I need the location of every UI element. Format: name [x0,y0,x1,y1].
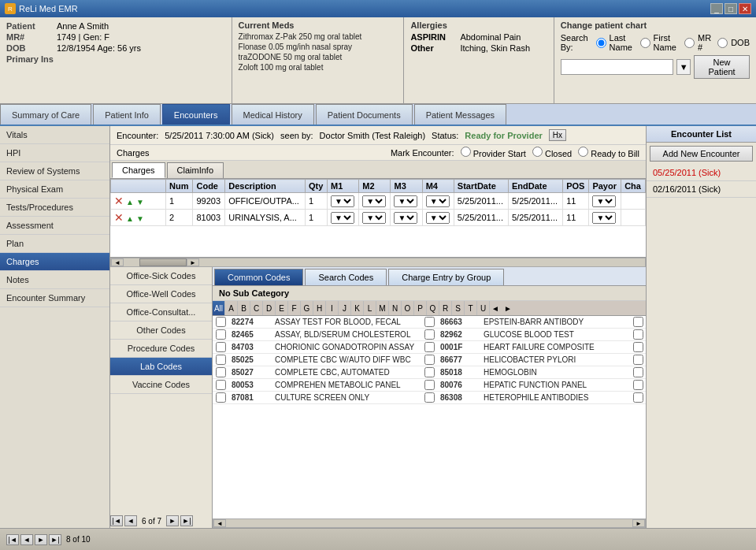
row1-m4[interactable]: ▼ [422,193,454,210]
check-right-3[interactable] [421,342,437,352]
sidebar-item-notes[interactable]: Notes [0,271,109,289]
radio-last-name-input[interactable] [596,38,606,48]
code-tab-entry-by-group[interactable]: Charge Entry by Group [388,269,504,285]
hx-button[interactable]: Hx [549,129,566,141]
radio-last-name[interactable]: Last Name [596,33,634,52]
alpha-b[interactable]: B [238,301,250,315]
code-list-scrollbar[interactable]: ◄ ► [213,518,646,528]
check-end-5[interactable] [630,367,646,377]
last-page-btn[interactable]: ►| [49,534,61,545]
sidebar-item-hpi[interactable]: HPI [0,144,109,162]
scroll-thumb[interactable] [139,258,187,266]
tab-patient-messages[interactable]: Patient Messages [414,104,506,124]
first-page-btn[interactable]: |◄ [6,534,19,545]
search-dropdown-btn[interactable]: ▼ [676,59,691,75]
code-sidebar-office-well[interactable]: Office-Well Codes [110,285,212,303]
check-left-4[interactable] [213,355,228,365]
alpha-u[interactable]: U [477,301,490,315]
check-left-7[interactable] [213,392,228,403]
row1-m1[interactable]: ▼ [328,193,359,210]
alpha-r[interactable]: R [439,301,452,315]
mark-ready-to-bill[interactable]: Ready to Bill [578,147,639,158]
code-last-btn[interactable]: ►| [180,515,193,526]
prev-page-btn[interactable]: ◄ [20,534,33,545]
alpha-t[interactable]: T [465,301,477,315]
row1-m3[interactable]: ▼ [391,193,422,210]
radio-dob[interactable]: DOB [717,38,750,48]
row1-m2[interactable]: ▼ [359,193,391,210]
maximize-button[interactable]: □ [724,3,737,14]
radio-first-name[interactable]: First Name [640,33,678,52]
tab-patient-info[interactable]: Patient Info [93,104,161,124]
up-icon-1[interactable]: ▲ [126,198,134,206]
alpha-m[interactable]: M [376,301,389,315]
alpha-h[interactable]: H [313,301,326,315]
code-scroll-right[interactable]: ► [632,519,645,527]
check-left-6[interactable] [213,380,228,390]
sidebar-item-charges[interactable]: Charges [0,253,109,271]
delete-icon-1[interactable]: ✕ [114,195,124,207]
charges-table-container[interactable]: Num Code Description Qty M1 M2 M3 M4 Sta… [110,179,646,258]
tab-summary-of-care[interactable]: Summary of Care [0,104,91,124]
row2-m4[interactable]: ▼ [422,210,454,226]
code-tab-common[interactable]: Common Codes [214,269,303,285]
code-first-btn[interactable]: |◄ [110,515,123,526]
check-end-7[interactable] [630,392,646,403]
check-right-5[interactable] [421,367,437,377]
sidebar-item-encounter-summary[interactable]: Encounter Summary [0,289,109,307]
radio-dob-input[interactable] [717,38,728,48]
scroll-left-btn[interactable]: ◄ [111,258,124,266]
alpha-e[interactable]: E [276,301,288,315]
alpha-d[interactable]: D [263,301,276,315]
alpha-i[interactable]: I [326,301,339,315]
alpha-n[interactable]: N [389,301,402,315]
row2-payor[interactable]: ▼ [589,210,621,226]
alpha-c[interactable]: C [250,301,263,315]
radio-mr-input[interactable] [684,38,695,48]
add-encounter-button[interactable]: Add New Encounter [650,146,753,162]
code-sidebar-vaccine[interactable]: Vaccine Codes [110,376,212,394]
encounter-item-2[interactable]: 02/16/2011 (Sick) [647,181,756,198]
row2-m2[interactable]: ▼ [359,210,391,226]
sidebar-item-physical[interactable]: Physical Exam [0,180,109,199]
check-end-4[interactable] [630,355,646,365]
alpha-p[interactable]: P [414,301,427,315]
code-prev-btn[interactable]: ◄ [124,515,137,526]
down-icon-1[interactable]: ▼ [136,198,144,206]
code-sidebar-office-consult[interactable]: Office-Consultat... [110,303,212,321]
alpha-a[interactable]: A [225,301,238,315]
row2-m3[interactable]: ▼ [391,210,422,226]
check-left-2[interactable] [213,329,228,340]
check-end-6[interactable] [630,380,646,390]
sidebar-item-assessment[interactable]: Assessment [0,217,109,235]
code-scroll-left[interactable]: ◄ [213,519,226,527]
check-right-1[interactable] [421,317,437,327]
alpha-g[interactable]: G [301,301,313,315]
scroll-right-btn[interactable]: ► [187,258,199,266]
check-right-4[interactable] [421,355,437,365]
code-sidebar-office-sick[interactable]: Office-Sick Codes [110,267,212,285]
alpha-s[interactable]: S [452,301,465,315]
check-left-5[interactable] [213,367,228,377]
alpha-j[interactable]: J [339,301,351,315]
sidebar-item-tests[interactable]: Tests/Procedures [0,199,109,217]
tab-patient-documents[interactable]: Patient Documents [316,104,413,124]
up-icon-2[interactable]: ▲ [126,214,134,223]
code-tab-search[interactable]: Search Codes [305,269,387,285]
alpha-f[interactable]: F [288,301,301,315]
charges-scrollbar[interactable]: ◄ ► [110,258,646,267]
sidebar-item-vitals[interactable]: Vitals [0,126,109,144]
check-left-1[interactable] [213,317,228,327]
row2-m1[interactable]: ▼ [328,210,359,226]
alpha-k[interactable]: K [351,301,364,315]
alpha-all[interactable]: All [213,301,225,315]
alpha-o[interactable]: O [402,301,414,315]
code-sidebar-lab[interactable]: Lab Codes [110,358,212,376]
check-end-1[interactable] [630,317,646,327]
code-sidebar-procedure[interactable]: Procedure Codes [110,340,212,358]
code-next-btn[interactable]: ► [166,515,179,526]
tab-encounters[interactable]: Encounters [162,104,230,124]
alpha-q[interactable]: Q [427,301,439,315]
charges-tab-charges[interactable]: Charges [112,162,165,178]
sidebar-item-plan[interactable]: Plan [0,235,109,253]
